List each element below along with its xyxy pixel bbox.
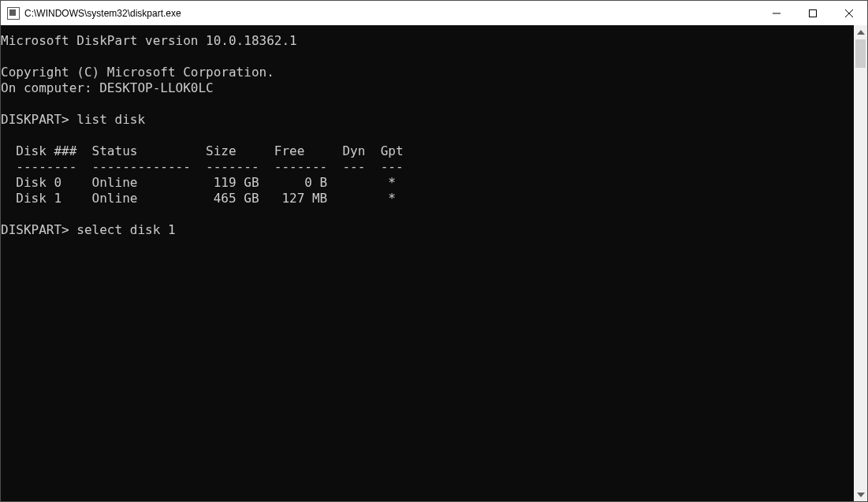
command-select-disk-1: select disk 1 (76, 222, 175, 237)
svg-marker-4 (857, 30, 865, 35)
disk-table-row-0: Disk 0 Online 119 GB 0 B * (1, 175, 396, 190)
svg-rect-1 (810, 9, 817, 17)
console-pre: Microsoft DiskPart version 10.0.18362.1 … (1, 33, 854, 238)
titlebar[interactable]: C:\WINDOWS\system32\diskpart.exe (1, 1, 867, 25)
diskpart-window: C:\WINDOWS\system32\diskpart.exe Microso… (0, 0, 868, 502)
window-title: C:\WINDOWS\system32\diskpart.exe (24, 8, 181, 19)
prompt-1: DISKPART> (1, 112, 76, 127)
disk-table-divider: -------- ------------- ------- ------- -… (1, 159, 404, 174)
line-computer: On computer: DESKTOP-LLOK0LC (1, 80, 214, 95)
close-button[interactable] (831, 1, 867, 25)
prompt-2: DISKPART> (1, 222, 76, 237)
console-output[interactable]: Microsoft DiskPart version 10.0.18362.1 … (1, 25, 854, 501)
command-list-disk: list disk (76, 112, 145, 127)
client-area: Microsoft DiskPart version 10.0.18362.1 … (1, 25, 867, 501)
svg-marker-5 (857, 493, 865, 497)
maximize-button[interactable] (795, 1, 831, 25)
scroll-up-arrow-icon[interactable] (854, 25, 867, 39)
app-icon (7, 7, 20, 20)
window-controls (758, 1, 867, 25)
disk-table-row-1: Disk 1 Online 465 GB 127 MB * (1, 191, 396, 206)
line-copyright: Copyright (C) Microsoft Corporation. (1, 65, 274, 80)
line-version: Microsoft DiskPart version 10.0.18362.1 (1, 33, 297, 48)
scroll-down-arrow-icon[interactable] (854, 488, 867, 501)
scroll-thumb[interactable] (855, 39, 866, 68)
disk-table-header: Disk ### Status Size Free Dyn Gpt (1, 143, 404, 158)
minimize-button[interactable] (758, 1, 795, 25)
vertical-scrollbar[interactable] (854, 25, 867, 501)
